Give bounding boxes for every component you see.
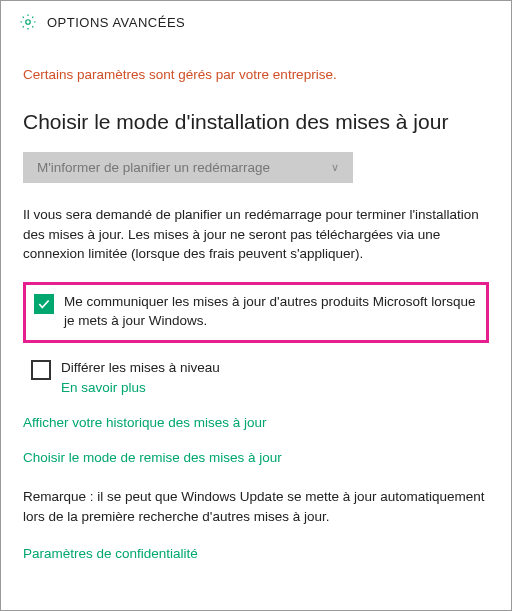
install-mode-description: Il vous sera demandé de planifier un red… bbox=[23, 205, 489, 264]
chevron-down-icon: ∨ bbox=[331, 161, 339, 174]
highlighted-option: Me communiquer les mises à jour d'autres… bbox=[23, 282, 489, 344]
svg-point-0 bbox=[26, 20, 31, 25]
section-heading: Choisir le mode d'installation des mises… bbox=[23, 110, 489, 134]
other-products-label: Me communiquer les mises à jour d'autres… bbox=[64, 293, 478, 331]
enterprise-notice: Certains paramètres sont gérés par votre… bbox=[23, 67, 489, 82]
other-products-checkbox-row[interactable]: Me communiquer les mises à jour d'autres… bbox=[34, 293, 478, 331]
delivery-mode-link[interactable]: Choisir le mode de remise des mises à jo… bbox=[23, 450, 489, 465]
other-products-checkbox[interactable] bbox=[34, 294, 54, 314]
defer-upgrades-label: Différer les mises à niveau bbox=[61, 359, 220, 378]
remark-text: Remarque : il se peut que Windows Update… bbox=[23, 487, 489, 526]
content-area: Certains paramètres sont gérés par votre… bbox=[1, 39, 511, 572]
page-title: OPTIONS AVANCÉES bbox=[47, 15, 185, 30]
privacy-settings-link[interactable]: Paramètres de confidentialité bbox=[23, 546, 198, 561]
defer-upgrades-row[interactable]: Différer les mises à niveau En savoir pl… bbox=[23, 355, 489, 395]
learn-more-link[interactable]: En savoir plus bbox=[61, 380, 220, 395]
update-history-link[interactable]: Afficher votre historique des mises à jo… bbox=[23, 415, 489, 430]
gear-icon bbox=[19, 13, 37, 31]
dropdown-selected-label: M'informer de planifier un redémarrage bbox=[37, 160, 270, 175]
defer-upgrades-checkbox[interactable] bbox=[31, 360, 51, 380]
header: OPTIONS AVANCÉES bbox=[1, 1, 511, 39]
install-mode-dropdown[interactable]: M'informer de planifier un redémarrage ∨ bbox=[23, 152, 353, 183]
